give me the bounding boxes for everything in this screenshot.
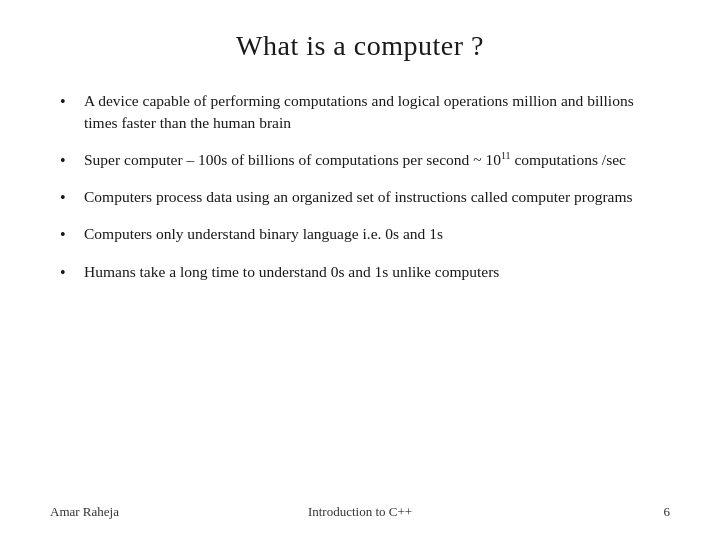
bullet-text: Humans take a long time to understand 0s… (84, 261, 670, 283)
footer-author: Amar Raheja (50, 504, 257, 520)
bullet-dot: • (60, 261, 78, 284)
list-item: • Humans take a long time to understand … (60, 261, 670, 284)
content-area: • A device capable of performing computa… (50, 90, 670, 494)
footer-title: Introduction to C++ (257, 504, 464, 520)
slide-footer: Amar Raheja Introduction to C++ 6 (50, 494, 670, 520)
list-item: • A device capable of performing computa… (60, 90, 670, 135)
superscript: 11 (501, 150, 511, 161)
list-item: • Super computer – 100s of billions of c… (60, 149, 670, 172)
slide: What is a computer ? • A device capable … (0, 0, 720, 540)
bullet-text: Super computer – 100s of billions of com… (84, 149, 670, 171)
bullet-dot: • (60, 223, 78, 246)
bullet-dot: • (60, 186, 78, 209)
list-item: • Computers only understand binary langu… (60, 223, 670, 246)
slide-title: What is a computer ? (50, 30, 670, 62)
list-item: • Computers process data using an organi… (60, 186, 670, 209)
bullet-text: A device capable of performing computati… (84, 90, 670, 135)
bullet-dot: • (60, 149, 78, 172)
footer-page-number: 6 (463, 504, 670, 520)
bullet-list: • A device capable of performing computa… (60, 90, 670, 284)
bullet-dot: • (60, 90, 78, 113)
bullet-text: Computers only understand binary languag… (84, 223, 670, 245)
bullet-text: Computers process data using an organize… (84, 186, 670, 208)
